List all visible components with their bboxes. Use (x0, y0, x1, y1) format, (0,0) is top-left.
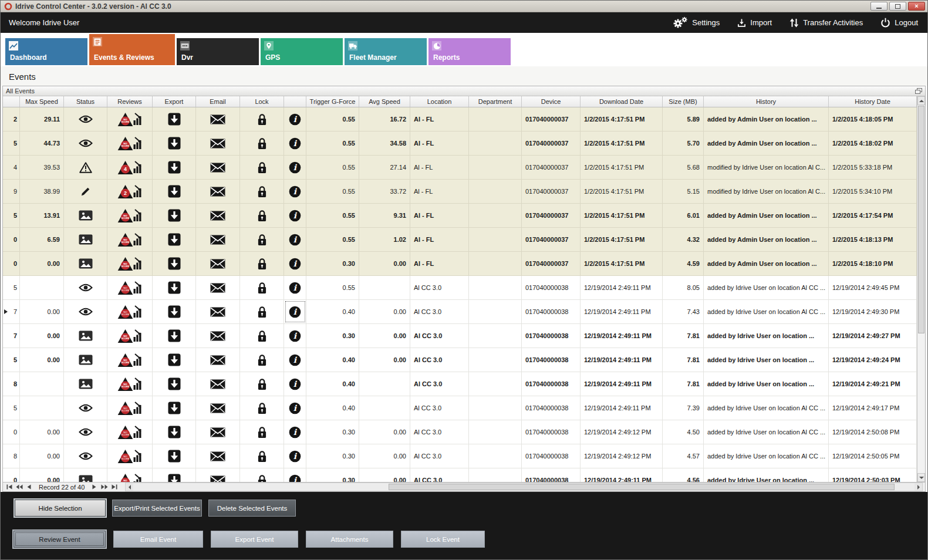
import-button[interactable]: Import (737, 18, 772, 28)
lock-cell[interactable] (240, 396, 284, 420)
table-row[interactable]: 5 NO SCORE (3, 396, 917, 420)
lock-cell[interactable] (240, 420, 284, 444)
table-row[interactable]: 7 0.00 NO SCORE (3, 324, 917, 348)
horizontal-scrollbar[interactable] (125, 483, 923, 491)
export-cell[interactable] (153, 156, 196, 179)
email-cell[interactable] (196, 204, 240, 227)
column-header[interactable]: Department (469, 96, 522, 107)
export-cell[interactable] (153, 324, 196, 348)
export-cell[interactable] (153, 180, 196, 203)
column-header[interactable]: Max Speed (20, 96, 64, 107)
reviews-cell[interactable]: NO SCORE (107, 348, 153, 372)
table-row[interactable]: 5 0.00 NO SCORE (3, 348, 917, 372)
next-page-button[interactable] (99, 483, 109, 491)
email-cell[interactable] (196, 180, 240, 203)
hide-selection-button[interactable]: Hide Selection (15, 500, 106, 517)
reviews-cell[interactable]: NO SCORE (107, 204, 153, 227)
tab-events-reviews[interactable]: Events & Reviews (89, 34, 175, 65)
email-cell[interactable] (196, 228, 240, 251)
reviews-cell[interactable]: NO SCORE (107, 420, 153, 444)
reviews-cell[interactable]: NO SCORE (107, 444, 153, 468)
reviews-cell[interactable]: NO SCORE (107, 300, 153, 323)
tab-reports[interactable]: Reports (428, 38, 511, 65)
tab-dashboard[interactable]: Dashboard (5, 38, 87, 65)
info-cell[interactable]: i (284, 300, 306, 323)
lock-cell[interactable] (240, 204, 284, 227)
reviews-cell[interactable]: NO SCORE (107, 131, 153, 155)
column-header[interactable]: Export (153, 96, 196, 107)
reviews-cell[interactable]: NO SCORE (107, 252, 153, 275)
table-row[interactable]: 5 NO SCORE (3, 276, 917, 300)
tab-gps[interactable]: GPS (261, 38, 343, 65)
table-row[interactable]: 0 0.00 NO SCORE (3, 252, 917, 276)
email-event-button[interactable]: Email Event (113, 531, 203, 548)
email-cell[interactable] (196, 324, 240, 348)
export-cell[interactable] (153, 252, 196, 275)
scroll-right-arrow[interactable] (914, 483, 922, 491)
column-header[interactable] (3, 96, 20, 107)
lock-cell[interactable] (240, 131, 284, 155)
column-header[interactable]: Reviews (107, 96, 153, 107)
table-row[interactable]: 8 0.00 NO SCORE (3, 444, 917, 468)
column-header[interactable]: Status (64, 96, 107, 107)
tab-dvr[interactable]: Dvr (177, 38, 259, 65)
column-header[interactable]: Lock (240, 96, 284, 107)
info-cell[interactable]: i (284, 276, 306, 299)
prev-record-button[interactable] (24, 483, 34, 491)
email-cell[interactable] (196, 252, 240, 275)
info-cell[interactable]: i (284, 180, 306, 203)
horizontal-scroll-thumb[interactable] (389, 484, 895, 490)
email-cell[interactable] (196, 372, 240, 396)
column-header[interactable] (284, 96, 306, 107)
reviews-cell[interactable]: NO SCORE (107, 468, 153, 482)
info-cell[interactable]: i (284, 228, 306, 251)
scroll-left-arrow[interactable] (126, 483, 133, 491)
lock-cell[interactable] (240, 180, 284, 203)
info-cell[interactable]: i (284, 372, 306, 396)
column-header[interactable]: Avg Speed (359, 96, 410, 107)
lock-cell[interactable] (240, 156, 284, 179)
lock-cell[interactable] (240, 444, 284, 468)
column-header[interactable]: Location (410, 96, 469, 107)
email-cell[interactable] (196, 300, 240, 323)
export-cell[interactable] (153, 131, 196, 155)
email-cell[interactable] (196, 420, 240, 444)
export-cell[interactable] (153, 228, 196, 251)
info-cell[interactable]: i (284, 252, 306, 275)
email-cell[interactable] (196, 444, 240, 468)
table-row[interactable]: 5 44.73 NO SCORE (3, 131, 917, 156)
review-event-button[interactable]: Review Event (14, 531, 106, 548)
info-cell[interactable]: i (284, 468, 306, 482)
email-cell[interactable] (196, 156, 240, 179)
lock-event-button[interactable]: Lock Event (401, 531, 485, 548)
export-cell[interactable] (153, 276, 196, 299)
lock-cell[interactable] (240, 228, 284, 251)
reviews-cell[interactable]: NO SCORE (107, 372, 153, 396)
lock-cell[interactable] (240, 300, 284, 323)
column-header[interactable]: Size (MB) (663, 96, 704, 107)
vertical-scrollbar[interactable] (917, 96, 925, 482)
reviews-cell[interactable]: NO SCORE 2 (107, 180, 153, 203)
info-cell[interactable]: i (284, 107, 306, 131)
lock-cell[interactable] (240, 348, 284, 372)
table-row[interactable]: 4 39.53 NO SCORE 4 (3, 156, 917, 180)
scroll-up-arrow[interactable] (917, 96, 925, 105)
close-button[interactable]: × (908, 2, 925, 11)
minimize-button[interactable] (870, 2, 887, 11)
export-cell[interactable] (153, 204, 196, 227)
reviews-cell[interactable]: NO SCORE (107, 276, 153, 299)
vertical-scroll-thumb[interactable] (918, 106, 924, 333)
email-cell[interactable] (196, 396, 240, 420)
email-cell[interactable] (196, 131, 240, 155)
settings-button[interactable]: Settings (673, 16, 720, 29)
export-cell[interactable] (153, 348, 196, 372)
reviews-cell[interactable]: NO SCORE (107, 228, 153, 251)
reviews-cell[interactable]: NO SCORE (107, 107, 153, 131)
table-row[interactable]: 5 13.91 NO SCORE (3, 204, 917, 228)
table-row[interactable]: 7 0.00 NO SCORE (3, 300, 917, 324)
column-header[interactable]: History Date (829, 96, 917, 107)
column-header[interactable]: History (704, 96, 829, 107)
scroll-down-arrow[interactable] (917, 473, 925, 482)
table-row[interactable]: 9 38.99 NO SCORE 2 (3, 180, 917, 204)
table-row[interactable]: 2 29.11 NO SCORE (3, 107, 917, 131)
